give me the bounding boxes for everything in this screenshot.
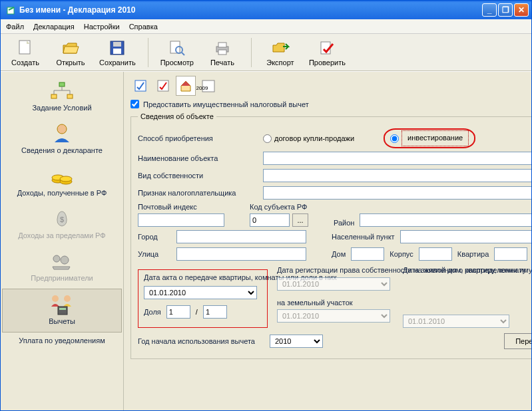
content-area: 2009 Предоставить имущественный налоговы… — [124, 72, 531, 410]
date-act-label: Дата акта о передаче квартиры, комнаты и… — [144, 273, 262, 282]
check-button[interactable]: Проверить — [306, 37, 348, 68]
tab-list-button[interactable] — [131, 76, 150, 96]
taxpayer-select[interactable] — [263, 186, 531, 200]
tab-red-check-button[interactable] — [153, 76, 173, 96]
menu-declaration[interactable]: Декларация — [33, 23, 75, 31]
region-label: Район — [334, 219, 354, 227]
svg-rect-4 — [113, 49, 121, 54]
save-button[interactable]: Сохранить — [97, 37, 138, 68]
year-use-label: Год начала использования вычета — [138, 337, 264, 346]
object-name-select[interactable] — [263, 152, 531, 165]
sidebar-item-income-rf[interactable]: Доходы, полученные в РФ — [1, 161, 123, 204]
region-input[interactable] — [360, 213, 531, 227]
open-button[interactable]: Открыть — [51, 37, 90, 68]
svg-rect-27 — [135, 80, 146, 91]
export-button[interactable]: Экспорт — [261, 37, 300, 68]
window-title: Без имени - Декларация 2010 — [19, 5, 482, 15]
tab-year-button[interactable]: 2009 — [198, 76, 218, 96]
radio-invest-input[interactable] — [390, 134, 399, 143]
house-label: Дом — [332, 250, 346, 258]
radio-contract-label: договор купли-продажи — [274, 134, 354, 142]
menu-file[interactable]: Файл — [6, 23, 24, 31]
preview-button[interactable]: Просмотр — [158, 37, 196, 68]
save-label: Сохранить — [99, 59, 136, 67]
zip-input[interactable] — [138, 213, 224, 227]
sidebar-item-notices[interactable]: Уплата по уведомлениям — [1, 333, 123, 351]
titlebar: Без имени - Декларация 2010 _ ❐ ✕ — [1, 1, 531, 19]
share-numerator-input[interactable] — [166, 305, 190, 319]
minimize-button[interactable]: _ — [482, 3, 497, 17]
sidebar-label: Предприниматели — [31, 274, 93, 282]
date-reg-label: Дата регистрации права собственности на … — [277, 265, 394, 275]
date-reg-select[interactable]: 01.01.2010 — [277, 277, 390, 291]
settlement-input[interactable] — [400, 230, 531, 243]
ownership-label: Вид собственности — [138, 172, 258, 180]
tab-year-label: 2009 — [196, 85, 208, 91]
main-toolbar: Создать Открыть Сохранить Просмотр Печат… — [1, 34, 531, 71]
goto-sums-button[interactable]: Перейти к вводу сумм — [504, 333, 531, 349]
sidebar-item-deductions[interactable]: Вычеты — [2, 289, 122, 333]
toolbar-separator — [251, 38, 252, 67]
provide-deduction-checkbox[interactable] — [131, 100, 139, 108]
apartment-input[interactable] — [494, 247, 527, 261]
object-legend: Сведения об объекте — [138, 112, 216, 120]
menu-help[interactable]: Справка — [129, 23, 158, 31]
flowchart-icon — [49, 80, 75, 102]
share-denominator-input[interactable] — [203, 305, 227, 319]
date-app-select[interactable]: 01.01.2010 — [403, 315, 509, 328]
street-input[interactable] — [176, 247, 306, 261]
apartment-label: Квартира — [457, 250, 489, 258]
sidebar-label: Сведения о декларанте — [21, 146, 103, 154]
print-label: Печать — [210, 59, 234, 67]
date-land-select[interactable]: 01.01.2010 — [277, 309, 390, 323]
building-label: Корпус — [390, 250, 413, 258]
cart-icon — [49, 250, 75, 273]
region-code-label: Код субъекта РФ — [250, 203, 308, 211]
radio-contract-input[interactable] — [263, 134, 272, 143]
city-input[interactable] — [176, 230, 306, 243]
svg-rect-3 — [113, 42, 121, 47]
object-fieldset: Сведения об объекте Способ приобретения … — [131, 112, 531, 359]
svg-rect-12 — [59, 82, 65, 86]
svg-rect-13 — [51, 94, 57, 98]
region-code-input[interactable] — [250, 213, 290, 227]
app-icon — [6, 5, 17, 15]
tab-house-button[interactable] — [176, 76, 196, 96]
region-code-picker-button[interactable]: ... — [292, 213, 308, 227]
menu-settings[interactable]: Настройки — [84, 23, 120, 31]
zip-label: Почтовый индекс — [138, 203, 224, 211]
year-use-select[interactable]: 2010 — [270, 335, 323, 348]
svg-point-22 — [61, 256, 69, 264]
radio-invest-label[interactable]: инвестирование — [401, 130, 469, 146]
date-act-select[interactable]: 01.01.2010 — [144, 286, 257, 299]
menubar: Файл Декларация Настройки Справка — [1, 19, 531, 34]
svg-point-19 — [60, 176, 72, 182]
sidebar-item-conditions[interactable]: Задание Условий — [1, 76, 123, 118]
date-act-highlight: Дата акта о передаче квартиры, комнаты и… — [138, 269, 268, 328]
sidebar-item-income-abroad[interactable]: $ Доходы за пределами РФ — [1, 204, 123, 246]
city-label: Город — [138, 233, 171, 241]
object-name-label: Наименование объекта — [138, 154, 258, 162]
building-input[interactable] — [419, 247, 452, 261]
radio-contract[interactable]: договор купли-продажи — [263, 134, 354, 143]
coins-icon — [49, 165, 75, 188]
provide-deduction-label: Предоставить имущественный налоговый выч… — [143, 100, 309, 108]
print-button[interactable]: Печать — [203, 37, 242, 68]
share-slash: / — [196, 308, 198, 316]
sidebar-label: Уплата по уведомлениям — [19, 337, 105, 344]
street-label: Улица — [138, 250, 171, 258]
check-icon — [318, 39, 336, 57]
house-input[interactable] — [351, 247, 384, 261]
date-land-label: на земельный участок — [277, 299, 394, 307]
svg-line-7 — [182, 53, 184, 55]
folder-open-icon — [61, 39, 80, 57]
ownership-select[interactable] — [263, 169, 531, 182]
maximize-button[interactable]: ❐ — [498, 3, 513, 17]
close-button[interactable]: ✕ — [514, 3, 529, 17]
create-button[interactable]: Создать — [6, 37, 45, 68]
settlement-label: Населенный пункт — [332, 233, 395, 241]
svg-rect-14 — [67, 94, 73, 98]
sidebar-item-entrepreneurs[interactable]: Предприниматели — [1, 246, 123, 289]
export-icon — [271, 39, 290, 57]
sidebar-item-declarant[interactable]: Сведения о декларанте — [1, 118, 123, 161]
